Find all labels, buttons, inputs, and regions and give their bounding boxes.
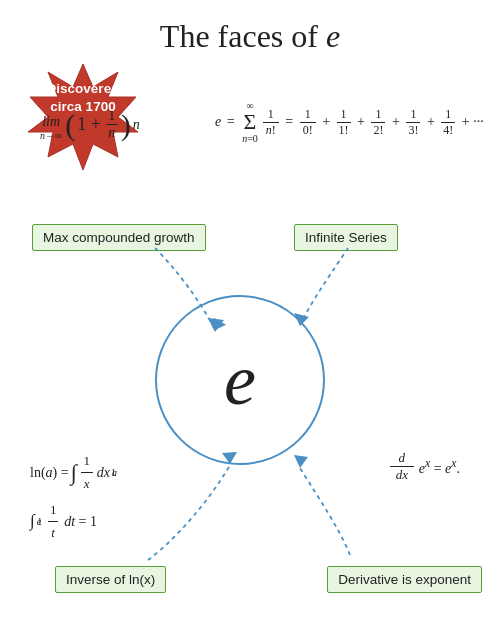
derivative-formula: d dx ex = ex. (390, 450, 460, 487)
center-circle: e (155, 295, 325, 465)
derivative-label: Derivative is exponent (327, 566, 482, 593)
page-title: The faces of e (0, 0, 500, 55)
badge-text: Discovered circa 1700 (24, 80, 142, 116)
infinite-series-label: Infinite Series (294, 224, 398, 251)
ln-formula: ln(a) = ∫ 1 x dx a 1 ∫ e 1 1 t dt = 1 (30, 450, 116, 548)
center-e-letter: e (224, 339, 256, 422)
inverse-ln-label: Inverse of ln(x) (55, 566, 166, 593)
series-formula: e = ∞ Σ n=0 1 n! = 1 0! + 1 1! + 1 2! (215, 100, 484, 144)
svg-marker-5 (294, 455, 308, 468)
max-growth-label: Max compounded growth (32, 224, 206, 251)
